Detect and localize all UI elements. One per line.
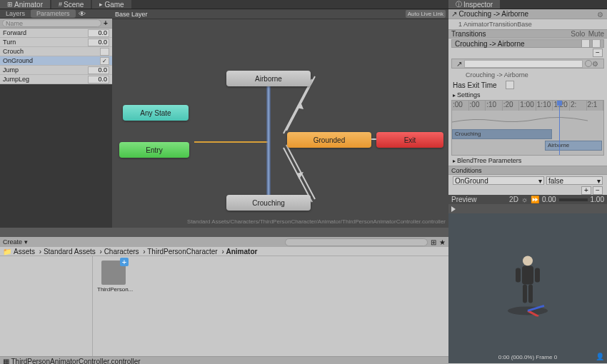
gear-icon[interactable] [597,11,604,18]
svg-line-3 [284,79,312,133]
timeline-clip-crouching[interactable]: Crouching [452,129,552,139]
mute-checkbox[interactable] [592,39,601,48]
object-picker-icon[interactable] [585,60,592,67]
preview-avatar-icon[interactable]: 👤 [596,353,604,360]
timeline-marker[interactable] [559,101,560,155]
state-airborne[interactable]: Airborne [226,71,311,86]
parameters-panel: + ForwardTurnCrouchOnGround✓JumpJumpLeg [0,19,112,84]
param-row-turn[interactable]: Turn [0,38,112,47]
preview-2d-toggle[interactable]: 2D [509,196,518,203]
subtab-layers[interactable]: Layers [0,9,31,18]
remove-condition-button[interactable]: − [593,186,603,195]
animator-graph[interactable]: Base Layer Auto Live Link Airborne Any S… [112,9,448,228]
add-condition-button[interactable]: + [581,186,591,195]
timeline-clip-airborne[interactable]: Airborne [545,141,602,151]
transition-list-item[interactable]: Crouching -> Airborne [451,39,604,48]
tab-game[interactable]: ▸ Game [92,0,131,9]
favorite-icon[interactable]: ★ [439,238,446,246]
blendtree-foldout[interactable]: BlendTree Parameters [448,156,607,166]
subtab-parameters[interactable]: Parameters [31,9,76,18]
param-value-input[interactable] [88,29,109,37]
svg-rect-13 [522,266,533,284]
solo-checkbox[interactable] [581,39,590,48]
project-grid[interactable]: ThirdPerson... [93,256,448,356]
param-value-input[interactable] [88,66,109,74]
transition-name-label: Crouching -> Airborne [448,70,607,80]
inspector-panel: ⓘ Inspector ↗ Crouching -> Airborne 1 An… [448,0,607,364]
svg-rect-16 [523,284,527,303]
transition-icon: ↗ [451,10,457,18]
graph-status-path: Standard Assets/Characters/ThirdPersonCh… [112,218,448,226]
transition-type-icon: ↗ [456,60,462,68]
inspector-title: Crouching -> Airborne [459,10,529,18]
preview-frame-label: 0:00 (000.0%) Frame 0 [448,354,607,360]
svg-line-8 [286,145,315,199]
preview-viewport[interactable]: 0:00 (000.0%) Frame 0 👤 [448,213,607,363]
svg-rect-14 [516,268,521,282]
transition-name-input[interactable] [464,60,583,68]
state-exit[interactable]: Exit [376,132,443,148]
param-row-forward[interactable]: Forward [0,29,112,38]
folder-icon: 📁 [3,248,11,256]
add-parameter-button[interactable]: + [101,19,110,27]
layer-breadcrumb[interactable]: Base Layer [115,11,148,18]
breadcrumb-item[interactable]: ThirdPersonCharacter [147,248,217,256]
auto-live-link-toggle[interactable]: Auto Live Link [406,10,446,18]
svg-point-12 [523,256,533,266]
filter-icon[interactable]: ⊞ [431,238,436,246]
project-search-input[interactable] [285,238,428,246]
preview-time-slider[interactable] [559,198,588,201]
tab-inspector[interactable]: ⓘ Inspector [448,0,500,9]
preview-character [503,252,553,318]
transitions-header: Transitions Solo Mute [448,29,607,39]
param-checkbox[interactable] [100,48,109,56]
asset-item[interactable]: ThirdPerson... [97,261,130,352]
tab-animator[interactable]: ⊞ Animator [0,0,50,9]
project-footer: ▦ ThirdPersonAnimatorController.controll… [0,356,448,364]
state-crouching[interactable]: Crouching [226,195,311,211]
svg-rect-15 [535,268,540,282]
preview-light-icon[interactable]: ☼ [521,196,528,203]
breadcrumb-item[interactable]: Standard Assets [44,248,96,256]
condition-value-dropdown[interactable]: false ▾ [546,176,603,185]
condition-parameter-dropdown[interactable]: OnGround ▾ [453,176,544,185]
eye-icon[interactable]: 👁 [79,10,86,18]
preview-panel: Preview 2D ☼ ⏩ 0.00 1.00 [448,195,607,363]
breadcrumb-item[interactable]: Assets [14,248,35,256]
project-breadcrumb: 📁 Assets › Standard Assets › Characters … [0,247,448,256]
state-any-state[interactable]: Any State [123,105,189,121]
remove-transition-button[interactable]: − [593,49,603,57]
tab-scene[interactable]: # Scene [51,0,91,9]
asset-type-icon: ▦ [3,358,9,365]
preview-speed-icon[interactable]: ⏩ [531,196,539,203]
transition-timeline[interactable]: :00:00:10:201:001:101:202:2:1 Crouching … [451,100,604,156]
inspector-subtitle: 1 AnimatorTransitionBase [448,19,607,29]
param-value-input[interactable] [88,76,109,84]
preview-label: Preview [451,196,477,203]
state-entry[interactable]: Entry [119,142,189,158]
param-row-onground[interactable]: OnGround✓ [0,56,112,66]
create-menu[interactable]: Create ▾ [3,238,28,246]
param-checkbox[interactable]: ✓ [100,57,109,65]
svg-rect-17 [528,284,533,303]
conditions-header: Conditions [448,166,607,175]
breadcrumb-item[interactable]: Animator [226,248,258,256]
gear-icon[interactable] [592,60,599,67]
svg-marker-4 [296,102,304,109]
param-value-input[interactable] [88,39,109,46]
svg-marker-7 [296,172,304,179]
has-exit-time-label: Has Exit Time [453,81,497,89]
param-row-crouch[interactable]: Crouch [0,47,112,56]
animator-controller-icon [101,261,126,285]
param-search-input[interactable] [2,19,101,27]
param-row-jumpleg[interactable]: JumpLeg [0,75,112,84]
has-exit-time-checkbox[interactable] [506,81,514,89]
settings-foldout[interactable]: Settings [448,90,607,100]
project-panel: Create ▾ ⊞ ★ 📁 Assets › Standard Assets … [0,228,448,364]
breadcrumb-item[interactable]: Characters [104,248,139,256]
param-row-jump[interactable]: Jump [0,66,112,75]
state-grounded[interactable]: Grounded [287,132,371,148]
svg-line-6 [284,148,312,202]
project-tree[interactable] [0,256,93,356]
preview-play-button[interactable] [448,204,607,213]
